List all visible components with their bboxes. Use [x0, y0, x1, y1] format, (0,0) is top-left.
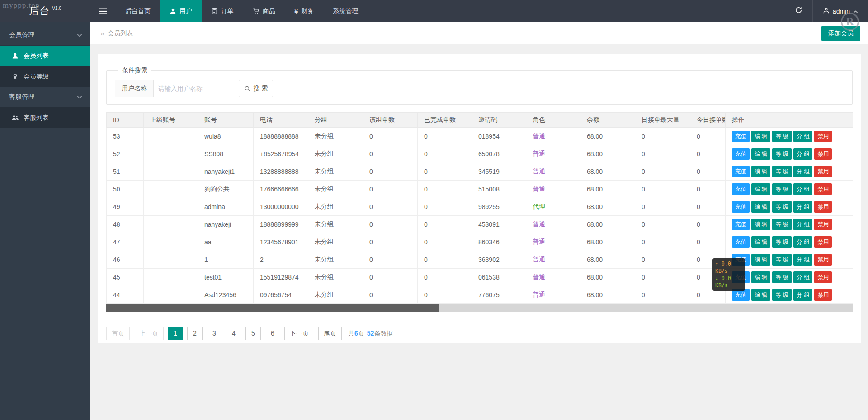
pagination-page-1[interactable]: 1 [168, 327, 183, 340]
column-header-9: 余额 [580, 113, 635, 128]
group-button[interactable]: 分 组 [793, 183, 812, 195]
recharge-button[interactable]: 充值 [732, 236, 750, 248]
horizontal-scrollbar[interactable] [106, 304, 853, 312]
role-badge: 普通 [533, 185, 545, 192]
cell-completed: 0 [418, 198, 472, 216]
edit-button[interactable]: 编 辑 [751, 201, 770, 213]
recharge-button[interactable]: 充值 [732, 183, 750, 195]
group-button[interactable]: 分 组 [793, 166, 812, 177]
table-row: 49admina13000000000未分组00989255代理68.0000充… [107, 198, 853, 216]
recharge-button[interactable]: 充值 [732, 201, 750, 213]
pagination-page-5[interactable]: 5 [245, 327, 261, 340]
level-button[interactable]: 等 级 [772, 131, 791, 142]
edit-button[interactable]: 编 辑 [751, 254, 770, 266]
main-area: » 会员列表 添加会员 条件搜索 用户名称 搜 索 [90, 22, 868, 420]
sidebar-item-客服列表[interactable]: 客服列表 [0, 107, 90, 128]
disable-button[interactable]: 禁用 [814, 131, 832, 142]
edit-button[interactable]: 编 辑 [751, 271, 770, 283]
recharge-button[interactable]: 充值 [732, 148, 750, 160]
cell-daily_max: 0 [635, 128, 690, 145]
cell-actions: 充值编 辑等 级分 组禁用 [726, 163, 853, 181]
level-button[interactable]: 等 级 [772, 166, 791, 177]
scrollbar-thumb[interactable] [106, 304, 439, 312]
cell-daily_max: 0 [635, 198, 690, 216]
disable-button[interactable]: 禁用 [814, 236, 832, 248]
cell-invite: 989255 [472, 198, 526, 216]
level-button[interactable]: 等 级 [772, 201, 791, 213]
edit-button[interactable]: 编 辑 [751, 131, 770, 142]
edit-button[interactable]: 编 辑 [751, 236, 770, 248]
edit-button[interactable]: 编 辑 [751, 148, 770, 160]
cell-today: 0 [690, 198, 726, 216]
disable-button[interactable]: 禁用 [814, 271, 832, 283]
user-menu[interactable]: admin [813, 0, 868, 22]
level-button[interactable]: 等 级 [772, 236, 791, 248]
group-button[interactable]: 分 组 [793, 271, 812, 283]
disable-button[interactable]: 禁用 [814, 219, 832, 230]
pagination-last-button[interactable]: 尾页 [318, 327, 342, 340]
group-button[interactable]: 分 组 [793, 148, 812, 160]
edit-button[interactable]: 编 辑 [751, 219, 770, 230]
cell-completed: 0 [418, 233, 472, 251]
cell-group: 未分组 [308, 286, 363, 304]
cell-parent [144, 233, 198, 251]
disable-button[interactable]: 禁用 [814, 201, 832, 213]
sidebar-group-1[interactable]: 客服管理 [0, 87, 90, 107]
group-button[interactable]: 分 组 [793, 219, 812, 230]
group-button[interactable]: 分 组 [793, 254, 812, 266]
disable-button[interactable]: 禁用 [814, 148, 832, 160]
pagination-page-2[interactable]: 2 [187, 327, 203, 340]
disable-button[interactable]: 禁用 [814, 166, 832, 177]
pagination: 首页 上一页 123456 下一页 尾页 共6页52条数据 [106, 327, 853, 340]
username-search-input[interactable] [154, 80, 231, 97]
cell-role: 普通 [526, 181, 580, 198]
sidebar-group-0[interactable]: 会员管理 [0, 25, 90, 45]
level-button[interactable]: 等 级 [772, 219, 791, 230]
hamburger-menu-icon[interactable] [90, 0, 116, 22]
cell-group_orders: 0 [363, 198, 418, 216]
pagination-next-button[interactable]: 下一页 [284, 327, 314, 340]
search-button[interactable]: 搜 索 [239, 80, 273, 97]
cell-role: 普通 [526, 251, 580, 269]
recharge-button[interactable]: 充值 [732, 166, 750, 177]
pagination-page-6[interactable]: 6 [265, 327, 280, 340]
level-button[interactable]: 等 级 [772, 183, 791, 195]
group-button[interactable]: 分 组 [793, 131, 812, 142]
group-button[interactable]: 分 组 [793, 201, 812, 213]
nav-item-2[interactable]: 订单 [202, 0, 243, 22]
pagination-page-3[interactable]: 3 [207, 327, 222, 340]
recharge-button[interactable]: 充值 [732, 219, 750, 230]
sidebar-item-会员等级[interactable]: 会员等级 [0, 66, 90, 87]
disable-button[interactable]: 禁用 [814, 289, 832, 301]
refresh-button[interactable] [785, 0, 813, 22]
cart-icon [253, 8, 259, 14]
disable-button[interactable]: 禁用 [814, 254, 832, 266]
recharge-button[interactable]: 充值 [732, 131, 750, 142]
level-button[interactable]: 等 级 [772, 289, 791, 301]
disable-button[interactable]: 禁用 [814, 183, 832, 195]
edit-button[interactable]: 编 辑 [751, 289, 770, 301]
cell-group: 未分组 [308, 198, 363, 216]
edit-button[interactable]: 编 辑 [751, 183, 770, 195]
nav-item-label: 用户 [179, 7, 192, 15]
nav-item-1[interactable]: 用户 [160, 0, 202, 22]
nav-item-label: 财务 [301, 7, 314, 15]
nav-item-5[interactable]: 系统管理 [323, 0, 368, 22]
cell-parent [144, 163, 198, 181]
group-button[interactable]: 分 组 [793, 289, 812, 301]
level-button[interactable]: 等 级 [772, 271, 791, 283]
nav-item-0[interactable]: 后台首页 [116, 0, 160, 22]
nav-item-4[interactable]: ¥财务 [285, 0, 323, 22]
level-button[interactable]: 等 级 [772, 254, 791, 266]
pagination-page-4[interactable]: 4 [226, 327, 241, 340]
network-speed-overlay: ↑ 0.0 KB/s ↓ 0.0 KB/s [712, 258, 745, 291]
sidebar-item-label: 会员等级 [24, 73, 49, 81]
cell-completed: 0 [418, 251, 472, 269]
group-button[interactable]: 分 组 [793, 236, 812, 248]
cell-group_orders: 0 [363, 286, 418, 304]
level-button[interactable]: 等 级 [772, 148, 791, 160]
sidebar-item-label: 会员列表 [24, 52, 49, 60]
nav-item-3[interactable]: 商品 [243, 0, 285, 22]
edit-button[interactable]: 编 辑 [751, 166, 770, 177]
sidebar-item-会员列表[interactable]: 会员列表 [0, 45, 90, 66]
